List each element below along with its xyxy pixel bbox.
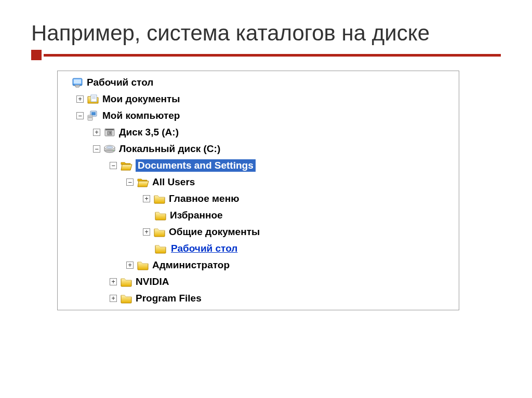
folder-icon (154, 210, 167, 221)
folder-icon (154, 243, 167, 254)
tree-item-startmenu[interactable]: + Главное меню (60, 190, 457, 207)
expand-toggle[interactable]: + (76, 95, 84, 103)
tree-item-docsettings[interactable]: − Documents and Settings (60, 157, 457, 174)
tree-item-shareddocs[interactable]: + Общие документы (60, 224, 457, 240)
mydocs-icon (87, 93, 99, 105)
tree-item-programfiles[interactable]: + Program Files (60, 290, 457, 307)
folder-open-icon (137, 176, 149, 188)
folder-open-icon (120, 160, 132, 171)
folder-icon (137, 259, 149, 271)
tree-item-desktop-link[interactable]: Рабочий стол (60, 240, 457, 257)
mycomputer-icon (87, 110, 99, 121)
expand-toggle[interactable]: + (110, 278, 117, 285)
tree-item-allusers[interactable]: − All Users (60, 174, 457, 190)
tree-item-administrator[interactable]: + Администратор (60, 257, 457, 273)
title-underline (31, 50, 501, 60)
tree-item-desktop[interactable]: Рабочий стол (60, 74, 457, 91)
slide-title: Например, система каталогов на диске (31, 21, 501, 46)
tree-item-localdisk[interactable]: − Локальный диск (C:) (60, 141, 457, 157)
tree-item-nvidia[interactable]: + NVIDIA (60, 273, 457, 290)
folder-icon (120, 276, 132, 287)
folder-icon (120, 293, 132, 304)
tree-item-floppy[interactable]: + Диск 3,5 (A:) (60, 124, 457, 141)
collapse-toggle[interactable]: − (93, 145, 100, 153)
expand-toggle[interactable]: + (93, 129, 100, 136)
disk-icon (103, 143, 116, 155)
folder-icon (153, 193, 166, 204)
folder-icon (153, 226, 166, 238)
tree-item-favorites[interactable]: Избранное (60, 207, 457, 224)
tree-item-mydocs[interactable]: + Мои документы (60, 91, 457, 107)
collapse-toggle[interactable]: − (76, 112, 84, 119)
folder-tree: Рабочий стол + Мои документы − Мой компь… (57, 71, 459, 310)
tree-item-mycomputer[interactable]: − Мой компьютер (60, 107, 457, 124)
collapse-toggle[interactable]: − (110, 162, 117, 169)
expand-toggle[interactable]: + (143, 228, 150, 236)
desktop-icon (71, 77, 84, 88)
expand-toggle[interactable]: + (126, 262, 134, 269)
expand-toggle[interactable]: + (110, 295, 117, 302)
collapse-toggle[interactable]: − (126, 179, 134, 186)
floppy-icon (103, 127, 116, 138)
expand-toggle[interactable]: + (143, 195, 150, 202)
